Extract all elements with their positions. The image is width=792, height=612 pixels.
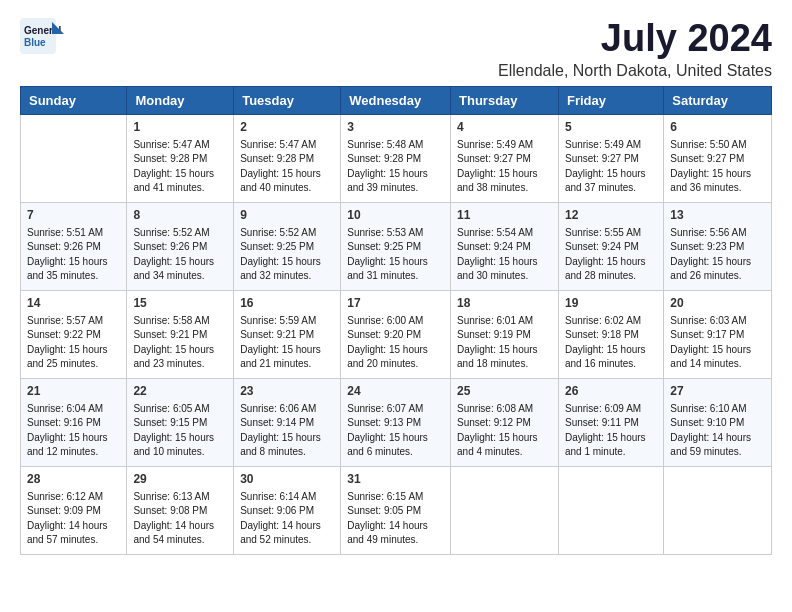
table-row [664,466,772,554]
day-number: 26 [565,383,657,400]
day-content: Sunrise: 6:09 AM Sunset: 9:11 PM Dayligh… [565,402,657,460]
day-number: 8 [133,207,227,224]
day-number: 25 [457,383,552,400]
table-row: 21Sunrise: 6:04 AM Sunset: 9:16 PM Dayli… [21,378,127,466]
day-content: Sunrise: 6:08 AM Sunset: 9:12 PM Dayligh… [457,402,552,460]
day-number: 3 [347,119,444,136]
day-content: Sunrise: 5:48 AM Sunset: 9:28 PM Dayligh… [347,138,444,196]
day-number: 23 [240,383,334,400]
day-number: 29 [133,471,227,488]
day-number: 7 [27,207,120,224]
day-content: Sunrise: 6:12 AM Sunset: 9:09 PM Dayligh… [27,490,120,548]
table-row: 16Sunrise: 5:59 AM Sunset: 9:21 PM Dayli… [234,290,341,378]
table-row: 10Sunrise: 5:53 AM Sunset: 9:25 PM Dayli… [341,202,451,290]
header: General Blue July 2024 Ellendale, North … [20,18,772,80]
calendar-header-row: Sunday Monday Tuesday Wednesday Thursday… [21,86,772,114]
day-number: 27 [670,383,765,400]
month-title: July 2024 [498,18,772,60]
day-content: Sunrise: 6:05 AM Sunset: 9:15 PM Dayligh… [133,402,227,460]
table-row: 11Sunrise: 5:54 AM Sunset: 9:24 PM Dayli… [451,202,559,290]
table-row: 22Sunrise: 6:05 AM Sunset: 9:15 PM Dayli… [127,378,234,466]
calendar-week-row: 21Sunrise: 6:04 AM Sunset: 9:16 PM Dayli… [21,378,772,466]
day-content: Sunrise: 5:50 AM Sunset: 9:27 PM Dayligh… [670,138,765,196]
day-content: Sunrise: 5:52 AM Sunset: 9:25 PM Dayligh… [240,226,334,284]
col-thursday: Thursday [451,86,559,114]
day-content: Sunrise: 6:06 AM Sunset: 9:14 PM Dayligh… [240,402,334,460]
col-tuesday: Tuesday [234,86,341,114]
svg-text:Blue: Blue [24,37,46,48]
col-friday: Friday [558,86,663,114]
table-row: 18Sunrise: 6:01 AM Sunset: 9:19 PM Dayli… [451,290,559,378]
logo-svg: General Blue [20,18,64,54]
day-number: 15 [133,295,227,312]
table-row: 13Sunrise: 5:56 AM Sunset: 9:23 PM Dayli… [664,202,772,290]
day-content: Sunrise: 5:56 AM Sunset: 9:23 PM Dayligh… [670,226,765,284]
table-row: 6Sunrise: 5:50 AM Sunset: 9:27 PM Daylig… [664,114,772,202]
table-row: 3Sunrise: 5:48 AM Sunset: 9:28 PM Daylig… [341,114,451,202]
table-row: 31Sunrise: 6:15 AM Sunset: 9:05 PM Dayli… [341,466,451,554]
day-number: 21 [27,383,120,400]
calendar-table: Sunday Monday Tuesday Wednesday Thursday… [20,86,772,555]
table-row: 12Sunrise: 5:55 AM Sunset: 9:24 PM Dayli… [558,202,663,290]
day-content: Sunrise: 5:57 AM Sunset: 9:22 PM Dayligh… [27,314,120,372]
day-number: 2 [240,119,334,136]
calendar-week-row: 1Sunrise: 5:47 AM Sunset: 9:28 PM Daylig… [21,114,772,202]
day-content: Sunrise: 6:14 AM Sunset: 9:06 PM Dayligh… [240,490,334,548]
day-content: Sunrise: 5:51 AM Sunset: 9:26 PM Dayligh… [27,226,120,284]
day-number: 19 [565,295,657,312]
col-saturday: Saturday [664,86,772,114]
day-content: Sunrise: 6:04 AM Sunset: 9:16 PM Dayligh… [27,402,120,460]
table-row: 7Sunrise: 5:51 AM Sunset: 9:26 PM Daylig… [21,202,127,290]
table-row [451,466,559,554]
day-content: Sunrise: 5:58 AM Sunset: 9:21 PM Dayligh… [133,314,227,372]
day-content: Sunrise: 5:53 AM Sunset: 9:25 PM Dayligh… [347,226,444,284]
table-row: 8Sunrise: 5:52 AM Sunset: 9:26 PM Daylig… [127,202,234,290]
col-wednesday: Wednesday [341,86,451,114]
day-content: Sunrise: 5:47 AM Sunset: 9:28 PM Dayligh… [240,138,334,196]
table-row: 2Sunrise: 5:47 AM Sunset: 9:28 PM Daylig… [234,114,341,202]
table-row: 30Sunrise: 6:14 AM Sunset: 9:06 PM Dayli… [234,466,341,554]
table-row: 27Sunrise: 6:10 AM Sunset: 9:10 PM Dayli… [664,378,772,466]
table-row [558,466,663,554]
logo: General Blue [20,18,66,54]
table-row: 23Sunrise: 6:06 AM Sunset: 9:14 PM Dayli… [234,378,341,466]
col-sunday: Sunday [21,86,127,114]
table-row: 20Sunrise: 6:03 AM Sunset: 9:17 PM Dayli… [664,290,772,378]
day-number: 17 [347,295,444,312]
day-number: 10 [347,207,444,224]
day-number: 16 [240,295,334,312]
day-number: 20 [670,295,765,312]
day-content: Sunrise: 5:55 AM Sunset: 9:24 PM Dayligh… [565,226,657,284]
table-row: 4Sunrise: 5:49 AM Sunset: 9:27 PM Daylig… [451,114,559,202]
day-number: 28 [27,471,120,488]
table-row: 29Sunrise: 6:13 AM Sunset: 9:08 PM Dayli… [127,466,234,554]
table-row: 15Sunrise: 5:58 AM Sunset: 9:21 PM Dayli… [127,290,234,378]
day-number: 22 [133,383,227,400]
table-row [21,114,127,202]
day-number: 31 [347,471,444,488]
table-row: 14Sunrise: 5:57 AM Sunset: 9:22 PM Dayli… [21,290,127,378]
day-number: 5 [565,119,657,136]
day-content: Sunrise: 5:49 AM Sunset: 9:27 PM Dayligh… [457,138,552,196]
day-content: Sunrise: 6:00 AM Sunset: 9:20 PM Dayligh… [347,314,444,372]
day-number: 14 [27,295,120,312]
day-content: Sunrise: 6:01 AM Sunset: 9:19 PM Dayligh… [457,314,552,372]
day-number: 9 [240,207,334,224]
day-number: 11 [457,207,552,224]
calendar-week-row: 28Sunrise: 6:12 AM Sunset: 9:09 PM Dayli… [21,466,772,554]
day-number: 30 [240,471,334,488]
day-content: Sunrise: 6:10 AM Sunset: 9:10 PM Dayligh… [670,402,765,460]
table-row: 1Sunrise: 5:47 AM Sunset: 9:28 PM Daylig… [127,114,234,202]
table-row: 25Sunrise: 6:08 AM Sunset: 9:12 PM Dayli… [451,378,559,466]
day-content: Sunrise: 6:07 AM Sunset: 9:13 PM Dayligh… [347,402,444,460]
day-content: Sunrise: 5:59 AM Sunset: 9:21 PM Dayligh… [240,314,334,372]
day-number: 4 [457,119,552,136]
table-row: 9Sunrise: 5:52 AM Sunset: 9:25 PM Daylig… [234,202,341,290]
svg-rect-0 [20,18,56,54]
day-content: Sunrise: 6:03 AM Sunset: 9:17 PM Dayligh… [670,314,765,372]
table-row: 24Sunrise: 6:07 AM Sunset: 9:13 PM Dayli… [341,378,451,466]
svg-marker-3 [52,22,64,34]
day-number: 18 [457,295,552,312]
day-number: 6 [670,119,765,136]
day-content: Sunrise: 5:47 AM Sunset: 9:28 PM Dayligh… [133,138,227,196]
